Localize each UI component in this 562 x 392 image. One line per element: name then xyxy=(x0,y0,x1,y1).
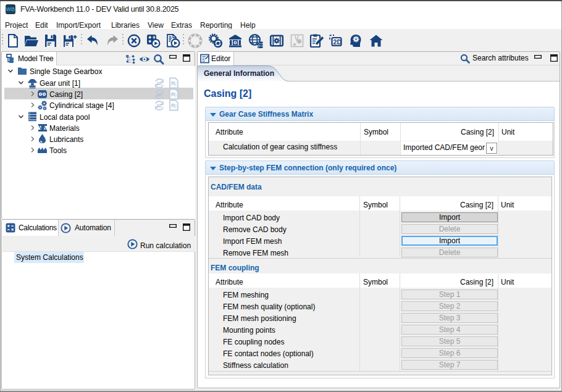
svg-text:2D: 2D xyxy=(333,38,342,46)
svg-text:3D: 3D xyxy=(157,93,162,97)
svg-text:R: R xyxy=(171,91,175,98)
svg-text:3D: 3D xyxy=(157,104,162,108)
svg-text:3D: 3D xyxy=(157,81,162,86)
svg-text:R: R xyxy=(171,102,175,109)
svg-text:R: R xyxy=(171,80,175,86)
